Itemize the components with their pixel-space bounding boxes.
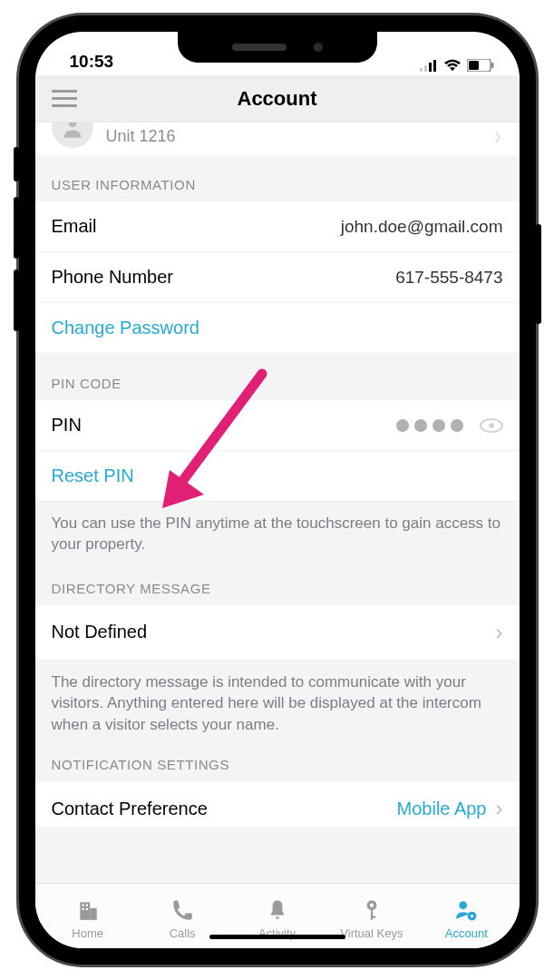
- menu-icon[interactable]: [52, 90, 77, 108]
- directory-footnote: The directory message is intended to com…: [35, 661, 520, 751]
- eye-icon[interactable]: [480, 417, 503, 434]
- directory-value: Not Defined: [52, 622, 148, 642]
- home-indicator[interactable]: [209, 935, 345, 939]
- section-directory: DIRECTORY MESSAGE: [35, 572, 520, 605]
- tab-account[interactable]: Account: [419, 897, 513, 940]
- bell-icon: [266, 897, 289, 923]
- page-title: Account: [238, 87, 317, 111]
- svg-rect-15: [86, 904, 88, 906]
- svg-point-19: [370, 903, 374, 906]
- svg-rect-20: [371, 908, 373, 919]
- svg-rect-1: [424, 65, 427, 72]
- svg-rect-5: [469, 61, 479, 70]
- svg-rect-3: [433, 60, 436, 72]
- svg-rect-14: [82, 904, 83, 906]
- svg-point-22: [460, 901, 468, 909]
- building-icon: [76, 897, 100, 923]
- directory-row[interactable]: Not Defined ›: [35, 605, 520, 661]
- wifi-icon: [443, 59, 462, 72]
- chevron-right-icon: ›: [496, 796, 503, 821]
- profile-unit: Unit 1216: [106, 127, 176, 146]
- tab-virtual-keys[interactable]: Virtual Keys: [325, 897, 419, 940]
- svg-point-9: [489, 423, 494, 428]
- content: Unit 1216 › USER INFORMATION Email john.…: [35, 122, 520, 883]
- section-notifications: NOTIFICATION SETTINGS: [35, 751, 520, 781]
- pin-label: PIN: [52, 415, 82, 436]
- avatar: [52, 122, 93, 148]
- email-label: Email: [52, 216, 97, 237]
- svg-point-7: [68, 122, 76, 127]
- user-gear-icon: [454, 897, 478, 923]
- svg-rect-0: [420, 68, 423, 72]
- phone-value: 617-555-8473: [395, 268, 502, 288]
- pin-row[interactable]: PIN: [35, 400, 520, 451]
- svg-rect-12: [80, 902, 90, 920]
- phone-label: Phone Number: [52, 267, 174, 288]
- battery-icon: [467, 59, 494, 72]
- chevron-right-icon: ›: [494, 122, 501, 152]
- header: Account: [35, 75, 520, 122]
- contact-pref-label: Contact Preference: [52, 799, 208, 819]
- svg-rect-6: [491, 63, 494, 68]
- tab-activity[interactable]: Activity: [229, 897, 324, 940]
- change-password-link[interactable]: Change Password: [35, 303, 520, 354]
- pin-footnote: You can use the PIN anytime at the touch…: [35, 502, 520, 572]
- email-row[interactable]: Email john.doe@gmail.com: [35, 201, 520, 252]
- section-pin-code: PIN CODE: [35, 354, 520, 400]
- status-indicators: [420, 59, 494, 72]
- cellular-icon: [420, 59, 438, 72]
- svg-rect-13: [90, 907, 97, 919]
- reset-pin-link[interactable]: Reset PIN: [35, 451, 520, 502]
- contact-pref-value: Mobile App: [397, 799, 487, 819]
- contact-preference-row[interactable]: Contact Preference Mobile App ›: [35, 781, 520, 827]
- key-icon: [360, 897, 384, 923]
- svg-rect-21: [371, 916, 375, 917]
- chevron-right-icon: ›: [496, 620, 503, 645]
- tab-home[interactable]: Home: [41, 897, 135, 940]
- svg-rect-17: [86, 907, 88, 909]
- phone-icon: [170, 897, 194, 923]
- tab-calls[interactable]: Calls: [135, 897, 229, 940]
- email-value: john.doe@gmail.com: [341, 217, 503, 237]
- pin-masked-dots: [396, 419, 463, 432]
- svg-point-24: [471, 914, 473, 916]
- section-user-info: USER INFORMATION: [35, 155, 520, 201]
- status-time: 10:53: [70, 52, 114, 72]
- profile-row[interactable]: Unit 1216 ›: [35, 122, 520, 155]
- svg-rect-16: [82, 907, 83, 909]
- phone-row[interactable]: Phone Number 617-555-8473: [35, 252, 520, 303]
- svg-rect-2: [429, 63, 432, 72]
